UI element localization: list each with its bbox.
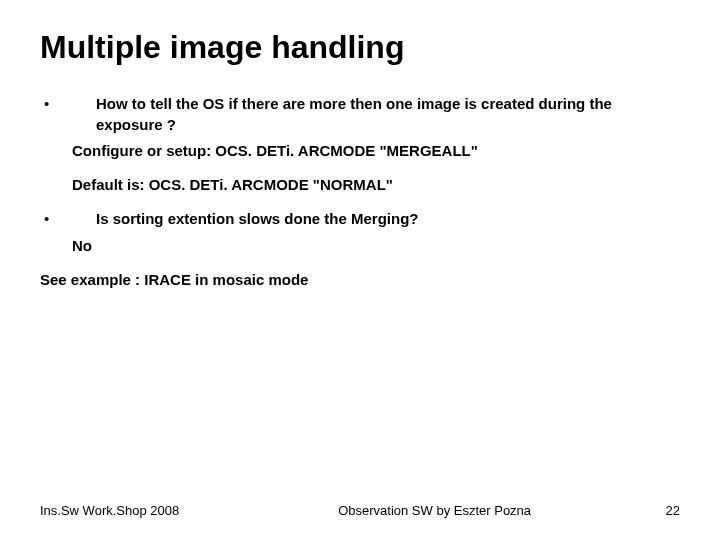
slide-footer: Ins.Sw Work.Shop 2008 Observation SW by …	[0, 503, 720, 518]
page-title: Multiple image handling	[40, 28, 680, 66]
bullet-item: • Is sorting extention slows done the Me…	[40, 209, 680, 229]
bullet-mark: •	[40, 209, 96, 229]
bullet-answer: Configure or setup: OCS. DETi. ARCMODE "…	[72, 141, 680, 161]
bullet-item: • How to tell the OS if there are more t…	[40, 94, 680, 135]
bullet-answer: Default is: OCS. DETi. ARCMODE "NORMAL"	[72, 175, 680, 195]
see-also: See example : IRACE in mosaic mode	[40, 270, 680, 290]
footer-right: 22	[650, 503, 680, 518]
bullet-question: How to tell the OS if there are more the…	[96, 94, 680, 135]
bullet-question: Is sorting extention slows done the Merg…	[96, 209, 680, 229]
slide-body: • How to tell the OS if there are more t…	[40, 94, 680, 290]
footer-center: Observation SW by Eszter Pozna	[179, 503, 650, 518]
footer-left: Ins.Sw Work.Shop 2008	[40, 503, 179, 518]
bullet-mark: •	[40, 94, 96, 114]
slide: Multiple image handling • How to tell th…	[0, 0, 720, 540]
bullet-answer: No	[72, 236, 680, 256]
